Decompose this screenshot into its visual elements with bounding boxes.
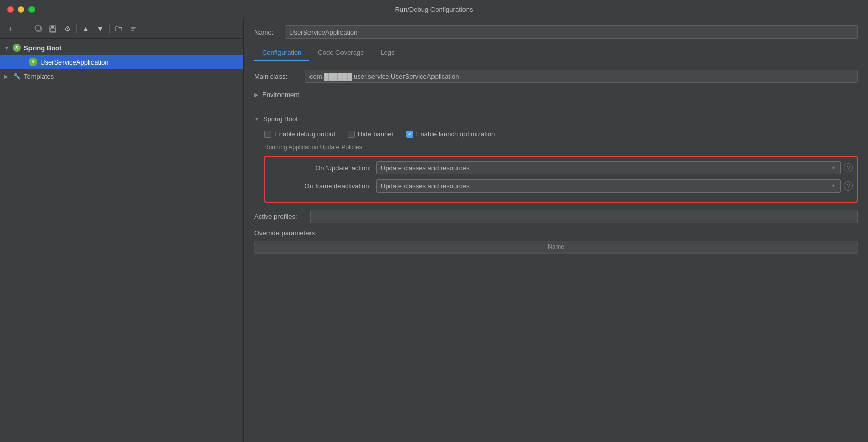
tabs-bar: Configuration Code Coverage Logs (244, 45, 868, 61)
environment-label: Environment (262, 91, 299, 99)
highlight-box: On 'Update' action: Update classes and r… (264, 156, 858, 203)
remove-button[interactable]: − (18, 23, 30, 35)
configurations-tree: ▼ S Spring Boot ⚙ UserServiceApplication (0, 39, 243, 442)
on-update-dropdown[interactable]: Update classes and resources ▼ (376, 161, 841, 174)
checkbox-enable-debug-label: Enable debug output (274, 130, 335, 138)
move-down-button[interactable]: ▼ (94, 23, 106, 35)
checkbox-hide-banner-label: Hide banner (358, 130, 394, 138)
sort-button[interactable] (127, 23, 139, 35)
tree-label-templates: Templates (24, 73, 54, 80)
spring-boot-section-header[interactable]: ▼ Spring Boot (254, 113, 858, 125)
tab-code-coverage[interactable]: Code Coverage (309, 45, 372, 61)
spring-boot-section-label: Spring Boot (263, 115, 298, 123)
checkbox-enable-launch-opt-box[interactable] (406, 131, 413, 138)
svg-rect-4 (50, 29, 55, 31)
active-profiles-label: Active profiles: (254, 213, 305, 220)
name-input[interactable] (285, 25, 858, 39)
svg-rect-3 (51, 26, 54, 28)
spring-boot-arrow: ▼ (254, 116, 259, 122)
svg-rect-1 (36, 26, 40, 30)
checkbox-hide-banner[interactable]: Hide banner (348, 130, 394, 138)
copy-button[interactable] (33, 23, 45, 35)
separator2 (109, 24, 110, 34)
tree-item-spring-boot[interactable]: ▼ S Spring Boot (0, 41, 243, 55)
folder-button[interactable] (113, 23, 125, 35)
on-update-value: Update classes and resources (381, 164, 470, 172)
add-button[interactable]: + (4, 23, 16, 35)
dropdown-arrow-1: ▼ (831, 165, 836, 170)
on-frame-deactivation-dropdown-container: Update classes and resources ▼ ? (376, 179, 853, 193)
tab-configuration[interactable]: Configuration (254, 45, 309, 61)
checkbox-hide-banner-box[interactable] (348, 131, 355, 138)
tab-logs[interactable]: Logs (372, 45, 402, 61)
main-content: + − ⚙ ▲ ▼ (0, 19, 868, 442)
tree-label-spring-boot: Spring Boot (24, 44, 61, 52)
policies-title: Running Application Update Policies (264, 144, 858, 151)
on-frame-deactivation-row: On frame deactivation: Update classes an… (269, 179, 853, 193)
main-class-label: Main class: (254, 73, 305, 80)
left-panel: + − ⚙ ▲ ▼ (0, 19, 244, 442)
active-profiles-row: Active profiles: (254, 210, 858, 223)
main-class-value[interactable]: com ██████.user.service.UserServiceAppli… (305, 70, 858, 83)
params-col-name: Name (259, 243, 853, 250)
override-params-label: Override parameters: (254, 229, 858, 237)
tree-arrow-templates: ▶ (4, 74, 12, 79)
dropdown-arrow-2: ▼ (831, 183, 836, 188)
name-row: Name: (244, 19, 868, 45)
settings-button[interactable]: ⚙ (61, 23, 73, 35)
move-up-button[interactable]: ▲ (80, 23, 92, 35)
app-icon: ⚙ (28, 57, 38, 67)
help-icon-update[interactable]: ? (844, 163, 853, 172)
main-class-row: Main class: com ██████.user.service.User… (254, 70, 858, 83)
on-update-dropdown-container: Update classes and resources ▼ ? (376, 161, 853, 174)
toolbar: + − ⚙ ▲ ▼ (0, 19, 243, 39)
tab-content-configuration: Main class: com ██████.user.service.User… (244, 61, 868, 442)
on-frame-deactivation-value: Update classes and resources (381, 182, 470, 190)
checkbox-enable-launch-opt[interactable]: Enable launch optimization (406, 130, 495, 138)
wrench-icon: 🔧 (12, 72, 21, 81)
window-title: Run/Debug Configurations (395, 6, 473, 13)
checkbox-enable-launch-opt-label: Enable launch optimization (416, 130, 495, 138)
on-frame-deactivation-label: On frame deactivation: (269, 182, 371, 190)
tree-item-templates[interactable]: ▶ 🔧 Templates (0, 69, 243, 83)
checkboxes-row: Enable debug output Hide banner Enable l… (254, 130, 858, 138)
divider (254, 107, 858, 107)
update-policies-section: Running Application Update Policies On '… (254, 144, 858, 203)
help-icon-frame[interactable]: ? (844, 181, 853, 191)
environment-arrow: ▶ (254, 92, 258, 98)
main-class-text: com ██████.user.service.UserServiceAppli… (309, 73, 459, 80)
spring-boot-section: ▼ Spring Boot Enable debug output Hide b… (254, 113, 858, 203)
tree-arrow-spring-boot: ▼ (4, 45, 12, 51)
traffic-lights (7, 6, 35, 13)
checkbox-enable-debug-box[interactable] (264, 131, 271, 138)
save-button[interactable] (47, 23, 59, 35)
title-bar: Run/Debug Configurations (0, 0, 868, 19)
params-table-header: Name (255, 241, 857, 253)
active-profiles-value[interactable] (310, 210, 858, 223)
right-panel: Name: Configuration Code Coverage Logs M… (244, 19, 868, 442)
on-update-action-row: On 'Update' action: Update classes and r… (269, 161, 853, 174)
on-frame-deactivation-dropdown[interactable]: Update classes and resources ▼ (376, 179, 841, 193)
tree-item-user-service-app[interactable]: ⚙ UserServiceApplication (0, 55, 243, 69)
spring-boot-icon: S (12, 43, 21, 52)
override-params-section: Override parameters: Name (254, 229, 858, 254)
on-update-label: On 'Update' action: (269, 164, 371, 172)
checkbox-enable-debug[interactable]: Enable debug output (264, 130, 335, 138)
tree-label-user-service-app: UserServiceApplication (40, 58, 108, 66)
environment-section-header[interactable]: ▶ Environment (254, 89, 858, 101)
maximize-button[interactable] (28, 6, 35, 13)
name-label: Name: (254, 28, 280, 36)
minimize-button[interactable] (18, 6, 24, 13)
params-table: Name (254, 241, 858, 254)
separator (76, 24, 77, 34)
close-button[interactable] (7, 6, 14, 13)
run-debug-configurations-window: Run/Debug Configurations + − (0, 0, 868, 442)
